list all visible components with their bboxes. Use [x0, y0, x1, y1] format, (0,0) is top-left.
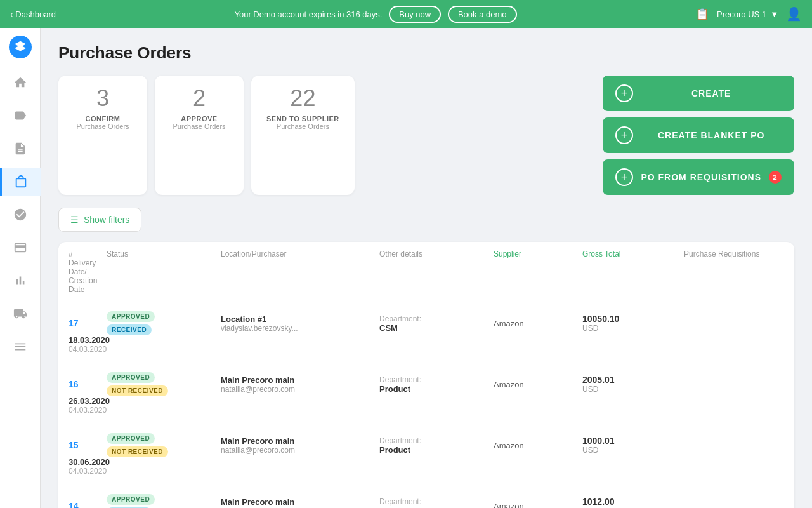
table-row: 17 APPROVED RECEIVED Location #1 vladysl… [58, 302, 794, 363]
create-blanket-po-button[interactable]: + CREATE BLANKET PO [603, 117, 794, 153]
badge-received: RECEIVED [107, 324, 152, 335]
other-details-15: Department: Product [379, 436, 494, 455]
create-plus-icon: + [615, 84, 633, 102]
header-other-details: Other details [379, 250, 494, 258]
requisitions-plus-icon: + [615, 168, 633, 186]
status-badges-16: APPROVED NOT RECEIVED [107, 372, 221, 396]
show-filters-button[interactable]: ☰ Show filters [58, 208, 141, 232]
supplier-15: Amazon [494, 441, 582, 450]
badge-approved: APPROVED [107, 311, 155, 322]
status-badges-14: APPROVED RECEIVED [107, 494, 221, 508]
purchase-orders-table: # Status Location/Purchaser Other detail… [58, 242, 794, 508]
row-id-15[interactable]: 15 [69, 440, 107, 450]
table-row: 14 APPROVED RECEIVED Main Precoro main b… [58, 485, 794, 508]
stat-card-confirm[interactable]: 3 CONFIRM Purchase Orders [58, 76, 147, 195]
location-col-14: Main Precoro main bohdan@precoro.com [221, 497, 379, 509]
topbar-message: Your Demo account expires in 316 days. B… [63, 6, 688, 23]
create-button[interactable]: + CREATE [603, 76, 794, 111]
gross-total-16: 2005.01 USD [582, 375, 684, 394]
dates-17: 18.03.2020 04.03.2020 [69, 335, 107, 354]
notifications-icon[interactable]: 📋 [695, 7, 709, 21]
table-header: # Status Location/Purchaser Other detail… [58, 242, 794, 302]
user-avatar-icon[interactable]: 👤 [786, 6, 802, 22]
topbar-right: 📋 Precoro US 1 ▼ 👤 [695, 6, 802, 22]
sidebar-item-reports[interactable] [6, 267, 34, 295]
back-arrow-icon: ‹ [10, 10, 13, 19]
buy-now-button[interactable]: Buy now [389, 6, 441, 23]
badge-approved: APPROVED [107, 372, 155, 383]
row-id-17[interactable]: 17 [69, 318, 107, 328]
chevron-down-icon: ▼ [770, 10, 778, 19]
filter-icon: ☰ [70, 215, 79, 225]
app-logo[interactable] [9, 36, 32, 58]
badge-not-received: NOT RECEIVED [107, 446, 168, 457]
dates-15: 30.06.2020 04.03.2020 [69, 457, 107, 476]
header-location: Location/Purchaser [221, 250, 379, 258]
supplier-16: Amazon [494, 380, 582, 389]
gross-total-14: 1012.00 USD [582, 497, 684, 508]
po-from-requisitions-button[interactable]: + PO FROM REQUISITIONS 2 [603, 159, 794, 195]
header-gross-total[interactable]: Gross Total [582, 250, 684, 258]
badge-not-received: NOT RECEIVED [107, 385, 168, 396]
badge-approved: APPROVED [107, 433, 155, 444]
sidebar [0, 28, 41, 508]
page-title: Purchase Orders [58, 43, 794, 63]
back-to-dashboard[interactable]: ‹ Dashboard [10, 10, 56, 19]
top-section: 3 CONFIRM Purchase Orders 2 APPROVE Purc… [58, 76, 794, 195]
layout: Purchase Orders 3 CONFIRM Purchase Order… [0, 28, 812, 508]
topbar: ‹ Dashboard Your Demo account expires in… [0, 0, 812, 28]
location-col-16: Main Precoro main nataliia@precoro.com [221, 375, 379, 394]
book-demo-button[interactable]: Book a demo [448, 6, 517, 23]
filter-bar: ☰ Show filters [58, 208, 794, 232]
sidebar-item-requisitions[interactable] [6, 102, 34, 130]
header-supplier[interactable]: Supplier [494, 250, 582, 258]
dates-16: 26.03.2020 04.03.2020 [69, 396, 107, 415]
sidebar-item-home[interactable] [6, 69, 34, 97]
status-badges-15: APPROVED NOT RECEIVED [107, 433, 221, 457]
badge-approved: APPROVED [107, 494, 155, 505]
header-dates: Delivery Date/ Creation Date [69, 258, 107, 294]
sidebar-item-purchase-orders[interactable] [0, 168, 41, 196]
row-id-16[interactable]: 16 [69, 379, 107, 389]
header-purchase-req: Purchase Requisitions [684, 250, 794, 258]
other-details-16: Department: Product [379, 375, 494, 394]
sidebar-item-documents[interactable] [6, 135, 34, 163]
table-row: 15 APPROVED NOT RECEIVED Main Precoro ma… [58, 424, 794, 485]
supplier-14: Amazon [494, 502, 582, 509]
gross-total-15: 1000.01 USD [582, 436, 684, 455]
blanket-plus-icon: + [615, 126, 633, 144]
table-row: 16 APPROVED NOT RECEIVED Main Precoro ma… [58, 363, 794, 424]
stat-cards: 3 CONFIRM Purchase Orders 2 APPROVE Purc… [58, 76, 593, 195]
stat-card-approve[interactable]: 2 APPROVE Purchase Orders [155, 76, 244, 195]
sidebar-item-invoices[interactable] [6, 234, 34, 262]
gross-total-17: 10050.10 USD [582, 314, 684, 333]
other-details-17: Department: CSM [379, 314, 494, 333]
sidebar-item-approvals[interactable] [6, 201, 34, 229]
row-id-14[interactable]: 14 [69, 501, 107, 508]
supplier-17: Amazon [494, 319, 582, 328]
stat-card-send-to-supplier[interactable]: 22 SEND TO SUPPLIER Purchase Orders [251, 76, 355, 195]
sidebar-item-delivery[interactable] [6, 300, 34, 328]
main-content: Purchase Orders 3 CONFIRM Purchase Order… [41, 28, 812, 508]
other-details-14: Department: CSM [379, 497, 494, 509]
status-badges-17: APPROVED RECEIVED [107, 311, 221, 335]
header-id: # [69, 250, 107, 258]
sidebar-item-settings[interactable] [6, 333, 34, 361]
requisitions-badge: 2 [769, 171, 782, 184]
action-buttons: + CREATE + CREATE BLANKET PO + PO FROM R… [603, 76, 794, 195]
header-status: Status [107, 250, 221, 258]
location-col-15: Main Precoro main nataliia@precoro.com [221, 436, 379, 455]
account-selector[interactable]: Precoro US 1 ▼ [717, 10, 778, 19]
location-col-17: Location #1 vladyslav.berezovsky... [221, 314, 379, 333]
